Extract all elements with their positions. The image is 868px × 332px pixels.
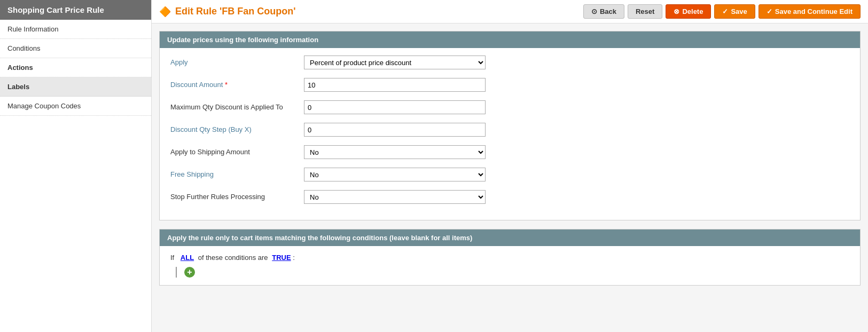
free-shipping-label: Free Shipping — [170, 168, 304, 178]
free-shipping-row: Free Shipping No Yes For matching items … — [170, 168, 849, 184]
apply-row: Apply Percent of product price discount … — [170, 56, 849, 72]
content-area: Update prices using the following inform… — [152, 23, 868, 302]
sidebar-item-labels[interactable]: Labels — [0, 77, 151, 97]
conditions-section: Apply the rule only to cart items matchi… — [159, 229, 861, 286]
top-bar: 🔶 Edit Rule 'FB Fan Coupon' ⊙ Back Reset… — [152, 0, 868, 23]
sidebar-item-rule-information[interactable]: Rule Information — [0, 20, 151, 39]
sidebar-item-actions: Actions — [0, 58, 151, 77]
free-shipping-select[interactable]: No Yes For matching items only For shipm… — [304, 168, 486, 181]
discount-qty-step-row: Discount Qty Step (Buy X) — [170, 123, 849, 139]
discount-qty-step-control — [304, 123, 486, 137]
apply-to-shipping-row: Apply to Shipping Amount No Yes — [170, 145, 849, 161]
true-conditions-link[interactable]: TRUE — [272, 254, 291, 262]
reset-button[interactable]: Reset — [628, 4, 662, 19]
add-condition-row: + — [176, 267, 849, 278]
save-icon: ✓ — [722, 7, 728, 15]
sidebar-item-conditions[interactable]: Conditions — [0, 39, 151, 58]
stop-further-rules-control: No Yes — [304, 190, 486, 204]
all-conditions-link[interactable]: ALL — [181, 254, 194, 262]
page-icon: 🔶 — [159, 6, 171, 18]
max-qty-input[interactable] — [304, 100, 486, 114]
max-qty-row: Maximum Qty Discount is Applied To — [170, 100, 849, 116]
save-button[interactable]: ✓ Save — [714, 4, 755, 19]
conditions-header: Apply the rule only to cart items matchi… — [160, 230, 860, 246]
stop-further-rules-label: Stop Further Rules Processing — [170, 190, 304, 201]
stop-further-rules-select[interactable]: No Yes — [304, 190, 486, 204]
stop-further-rules-row: Stop Further Rules Processing No Yes — [170, 190, 849, 206]
update-prices-header: Update prices using the following inform… — [160, 31, 860, 48]
back-button[interactable]: ⊙ Back — [583, 4, 624, 19]
main-content: 🔶 Edit Rule 'FB Fan Coupon' ⊙ Back Reset… — [152, 0, 868, 332]
free-shipping-control: No Yes For matching items only For shipm… — [304, 168, 486, 181]
discount-amount-input[interactable] — [304, 78, 486, 92]
apply-label: Apply — [170, 56, 304, 66]
discount-qty-step-input[interactable] — [304, 123, 486, 137]
add-condition-button[interactable]: + — [184, 267, 195, 278]
apply-select[interactable]: Percent of product price discount Fixed … — [304, 56, 486, 69]
apply-control: Percent of product price discount Fixed … — [304, 56, 486, 69]
discount-amount-row: Discount Amount * — [170, 78, 849, 94]
discount-amount-label: Discount Amount * — [170, 78, 304, 89]
apply-to-shipping-control: No Yes — [304, 145, 486, 159]
delete-icon: ⊗ — [674, 7, 679, 15]
delete-button[interactable]: ⊗ Delete — [666, 4, 711, 19]
conditions-text: If ALL of these conditions are TRUE : — [170, 254, 849, 262]
max-qty-label: Maximum Qty Discount is Applied To — [170, 100, 304, 111]
update-prices-section: Update prices using the following inform… — [159, 31, 861, 220]
apply-to-shipping-select[interactable]: No Yes — [304, 145, 486, 159]
sidebar-item-manage-coupon-codes[interactable]: Manage Coupon Codes — [0, 97, 151, 116]
conditions-body: If ALL of these conditions are TRUE : + — [160, 246, 860, 285]
apply-to-shipping-label: Apply to Shipping Amount — [170, 145, 304, 156]
discount-qty-step-label: Discount Qty Step (Buy X) — [170, 123, 304, 133]
page-title: 🔶 Edit Rule 'FB Fan Coupon' — [159, 6, 296, 18]
back-icon: ⊙ — [591, 7, 597, 15]
save-continue-button[interactable]: ✓ Save and Continue Edit — [758, 4, 861, 19]
sidebar: Shopping Cart Price Rule Rule Informatio… — [0, 0, 152, 332]
required-asterisk: * — [225, 81, 228, 89]
update-prices-body: Apply Percent of product price discount … — [160, 48, 860, 220]
sidebar-title: Shopping Cart Price Rule — [0, 0, 151, 20]
discount-amount-control — [304, 78, 486, 92]
toolbar-buttons: ⊙ Back Reset ⊗ Delete ✓ Save ✓ Save and … — [583, 4, 861, 19]
max-qty-control — [304, 100, 486, 114]
save-continue-icon: ✓ — [767, 7, 772, 15]
